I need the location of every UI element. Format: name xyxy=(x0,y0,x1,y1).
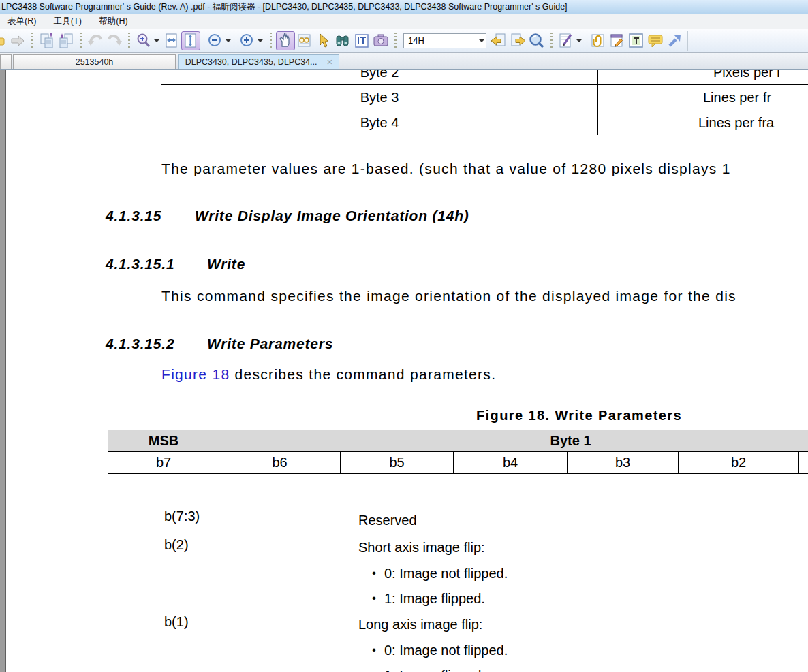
bit-cell: b3 xyxy=(567,452,678,473)
search-icon xyxy=(528,32,546,50)
table-header-row: MSB Byte 1 xyxy=(108,430,808,452)
tab-label: DLPC3430, DLPC3435, DLPC34... xyxy=(185,57,317,67)
bit-description: Short axis image flip: xyxy=(358,540,485,556)
bit-label: b(2) xyxy=(164,537,189,553)
zoom-out-button[interactable] xyxy=(206,31,225,50)
table-bits-row: b7 b6 b5 b4 b3 b2 xyxy=(108,452,808,473)
search-button[interactable] xyxy=(527,31,546,50)
marquee-zoom-dropdown[interactable] xyxy=(154,39,159,42)
next-view-button[interactable] xyxy=(508,31,527,50)
share-button[interactable] xyxy=(665,31,684,50)
bit-cell: b2 xyxy=(678,452,798,473)
sign-button[interactable] xyxy=(557,31,576,50)
fit-page-icon xyxy=(182,32,200,50)
forward-button[interactable] xyxy=(8,31,27,50)
import-form-data-icon xyxy=(38,32,56,50)
fit-page-button[interactable] xyxy=(181,31,200,50)
marquee-zoom-icon xyxy=(135,32,153,50)
hand-tool-button[interactable] xyxy=(276,31,295,50)
edit-note-button[interactable] xyxy=(608,31,627,50)
undo-button[interactable] xyxy=(86,31,105,50)
foxit-reader-window: { "window": { "title": "LPC3438 Software… xyxy=(0,0,808,672)
main-toolbar xyxy=(0,29,808,53)
previous-view-button[interactable] xyxy=(489,31,508,50)
sign-dropdown[interactable] xyxy=(576,39,582,42)
desc-text: Lines per fr xyxy=(703,90,771,106)
desc-text: Pixels per l xyxy=(713,70,780,80)
marquee-zoom-button[interactable] xyxy=(134,31,153,50)
bullet-item: 1: Image flipped. xyxy=(372,591,485,607)
redo-button[interactable] xyxy=(105,31,124,50)
section-title: Write xyxy=(207,256,245,272)
bit-description: Reserved xyxy=(358,513,417,528)
tab-dlpc3430-guide[interactable]: DLPC3430, DLPC3435, DLPC34... × xyxy=(178,54,339,69)
tab-label: 2513540h xyxy=(76,57,114,67)
snapshot-button[interactable] xyxy=(371,31,390,50)
section-number: 4.1.3.15.2 xyxy=(106,336,207,352)
zoom-out-dropdown[interactable] xyxy=(226,39,231,42)
hand-icon xyxy=(277,32,294,50)
toolbar-grip xyxy=(80,33,82,49)
forward-arrow-icon xyxy=(10,33,26,49)
zoom-in-dropdown[interactable] xyxy=(258,39,263,42)
bit-label: b(1) xyxy=(164,614,189,630)
figure-18-link[interactable]: Figure 18 xyxy=(161,366,230,382)
comment-button[interactable] xyxy=(646,31,665,50)
reading-mode-button[interactable] xyxy=(295,31,314,50)
fit-width-icon xyxy=(163,32,181,50)
document-viewport[interactable]: Byte 2 Pixels per l Byte 3 Lines per fr … xyxy=(0,70,808,672)
byte1-header-cell: Byte 1 xyxy=(219,430,808,451)
menu-tools[interactable]: 工具(T) xyxy=(46,14,89,29)
page-combo-dropdown[interactable] xyxy=(479,39,484,42)
previous-view-icon xyxy=(490,32,508,50)
msb-header-cell: MSB xyxy=(108,430,219,451)
byte-cell: Byte 4 xyxy=(161,110,598,135)
paragraph: This command specifies the image orienta… xyxy=(161,288,736,304)
tab-2513540h[interactable]: 2513540h xyxy=(13,54,176,69)
write-parameters-table: MSB Byte 1 b7 b6 b5 b4 b3 b2 xyxy=(108,430,808,474)
zoom-out-icon xyxy=(206,32,224,50)
select-text-button[interactable] xyxy=(352,31,371,50)
export-form-data-button[interactable] xyxy=(57,31,76,50)
toolbar-grip xyxy=(31,33,33,49)
toolbar-grip xyxy=(128,33,130,49)
section-heading: 4.1.3.15.2 Write Parameters xyxy=(106,336,333,352)
section-number: 4.1.3.15.1 xyxy=(106,256,207,272)
desc-cell: Lines per fra xyxy=(598,110,808,135)
zoom-in-button[interactable] xyxy=(238,31,257,50)
select-cursor-icon xyxy=(315,32,332,50)
bit-cell-partial xyxy=(798,452,808,473)
attach-file-button[interactable] xyxy=(589,31,608,50)
desc-cell: Lines per fr xyxy=(598,85,808,110)
document-tabbar: 2513540h DLPC3430, DLPC3435, DLPC34... × xyxy=(0,53,808,70)
comment-bubble-icon xyxy=(647,32,664,50)
select-annotation-button[interactable] xyxy=(314,31,333,50)
toolbar-separator xyxy=(687,31,688,51)
section-number: 4.1.3.15 xyxy=(106,208,195,224)
find-button[interactable] xyxy=(333,31,352,50)
tab-close-icon[interactable]: × xyxy=(327,57,333,67)
menu-bar: 表单(R) 工具(T) 帮助(H) xyxy=(0,14,808,29)
toolbar-grip xyxy=(550,33,553,49)
bit-cell: b5 xyxy=(340,452,453,473)
menu-form[interactable]: 表单(R) xyxy=(0,14,44,29)
toolbar-grip xyxy=(394,33,397,49)
text-box-button[interactable] xyxy=(627,31,646,50)
command-bytes-table: Byte 2 Pixels per l Byte 3 Lines per fr … xyxy=(161,70,808,135)
byte-cell: Byte 2 xyxy=(161,70,598,84)
fit-width-button[interactable] xyxy=(162,31,181,50)
bit-cell: b7 xyxy=(108,452,219,473)
menu-help[interactable]: 帮助(H) xyxy=(91,14,135,29)
tab-stub[interactable] xyxy=(0,54,12,69)
binoculars-icon xyxy=(334,32,352,50)
open-icon xyxy=(0,33,7,49)
share-arrow-icon xyxy=(666,32,683,50)
open-button[interactable] xyxy=(0,31,8,50)
edit-note-icon xyxy=(608,32,626,50)
table-row: Byte 2 Pixels per l xyxy=(161,70,808,84)
pdf-page: Byte 2 Pixels per l Byte 3 Lines per fr … xyxy=(5,70,808,672)
next-view-icon xyxy=(509,32,527,50)
page-combo-input[interactable] xyxy=(404,35,473,47)
import-form-data-button[interactable] xyxy=(37,31,57,50)
desc-text: Lines per fra xyxy=(698,115,774,131)
